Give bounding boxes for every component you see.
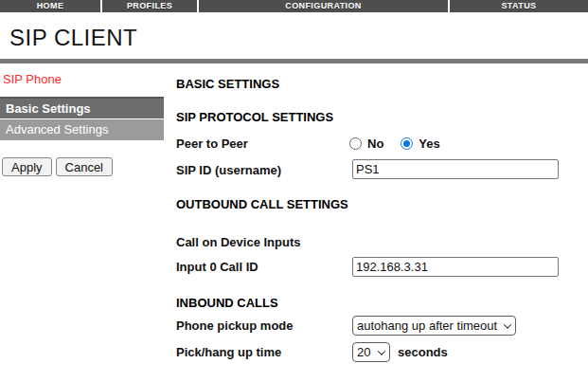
input0-call-id-input[interactable] xyxy=(352,257,559,277)
chevron-down-icon xyxy=(504,320,511,328)
radio-yes-label[interactable]: Yes xyxy=(419,136,439,151)
apply-button[interactable]: Apply xyxy=(2,157,52,176)
heading-sip-protocol-settings: SIP PROTOCOL SETTINGS xyxy=(176,110,333,124)
nav-item-configuration[interactable]: CONFIGURATION xyxy=(199,0,448,12)
radio-no-label[interactable]: No xyxy=(367,136,383,151)
page-title: SIP CLIENT xyxy=(9,25,137,51)
heading-inbound-calls: INBOUND CALLS xyxy=(176,296,278,310)
nav-item-home[interactable]: HOME xyxy=(0,0,100,12)
sidebar-button-row: Apply Cancel xyxy=(2,157,113,176)
divider-bar xyxy=(0,59,588,64)
label-pick-hang-up-time: Pick/hang up time xyxy=(176,345,281,359)
label-call-on-device-inputs: Call on Device Inputs xyxy=(176,235,300,249)
label-phone-pickup-mode: Phone pickup mode xyxy=(176,318,294,333)
phone-pickup-mode-select[interactable]: autohang up after timeout xyxy=(352,316,516,336)
label-input0-call-id: Input 0 Call ID xyxy=(176,260,258,274)
pick-hang-up-time-value: 20 xyxy=(357,345,370,359)
seconds-suffix-label: seconds xyxy=(398,345,448,359)
radio-no[interactable] xyxy=(349,137,362,150)
heading-outbound-call-settings: OUTBOUND CALL SETTINGS xyxy=(176,197,348,211)
chevron-down-icon xyxy=(378,347,385,355)
sip-id-input[interactable] xyxy=(352,159,559,179)
label-sip-id: SIP ID (username) xyxy=(176,163,281,177)
radio-yes[interactable] xyxy=(401,137,413,150)
pick-hang-up-time-select[interactable]: 20 xyxy=(352,342,390,362)
cancel-button[interactable]: Cancel xyxy=(56,157,113,176)
peer-to-peer-radio-group: No Yes xyxy=(349,136,440,151)
heading-basic-settings: BASIC SETTINGS xyxy=(176,77,279,91)
phone-pickup-mode-value: autohang up after timeout xyxy=(357,318,497,333)
sidebar-link-sip-phone[interactable]: SIP Phone xyxy=(3,72,62,86)
sidebar-menu: Basic Settings Advanced Settings xyxy=(0,97,164,140)
nav-item-status[interactable]: STATUS xyxy=(450,0,588,12)
top-nav: HOME PROFILES CONFIGURATION STATUS xyxy=(0,0,588,12)
label-peer-to-peer: Peer to Peer xyxy=(176,136,248,151)
sidebar-item-basic-settings[interactable]: Basic Settings xyxy=(0,99,164,119)
sidebar-item-advanced-settings[interactable]: Advanced Settings xyxy=(0,119,164,140)
nav-item-profiles[interactable]: PROFILES xyxy=(102,0,197,12)
